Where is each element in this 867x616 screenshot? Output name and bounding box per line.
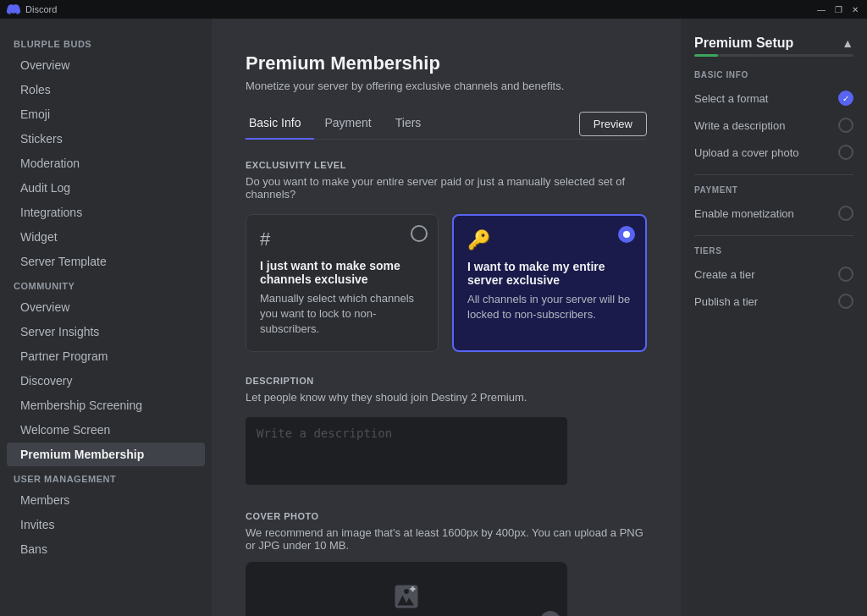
title-bar-title: Discord	[25, 4, 57, 14]
cover-photo-section: COVER PHOTO We recommend an image that's…	[246, 511, 647, 616]
sidebar-item-welcome-screen[interactable]: Welcome Screen	[7, 418, 205, 442]
panel-item-publish-tier: Publish a tier	[694, 289, 853, 313]
card-some-channels-desc: Manually select which channels you want …	[260, 291, 424, 338]
sidebar-item-community-overview[interactable]: Overview	[7, 295, 205, 319]
collapse-button[interactable]: ▲	[842, 36, 853, 50]
preview-button[interactable]: Preview	[579, 112, 647, 136]
card-entire-server-radio	[618, 226, 635, 243]
panel-item-enable-monetization: Enable monetization	[694, 201, 853, 225]
panel-basic-info-title: BASIC INFO	[694, 70, 853, 80]
title-bar-left: Discord	[7, 3, 57, 16]
description-heading: DESCRIPTION	[246, 376, 647, 386]
panel-divider-2	[694, 235, 853, 236]
upload-cover-radio	[838, 145, 853, 160]
description-textarea[interactable]	[246, 417, 567, 485]
exclusivity-cards: # I just want to make some channels excl…	[246, 214, 647, 352]
sidebar-item-discovery[interactable]: Discovery	[7, 369, 205, 393]
sidebar-item-invites[interactable]: Invites	[7, 513, 205, 536]
enable-monetization-radio	[838, 206, 853, 221]
card-some-channels-radio	[411, 225, 428, 242]
card-entire-server-desc: All channels in your server will be lock…	[467, 292, 632, 322]
tab-basic-info[interactable]: Basic Info	[246, 109, 314, 140]
sidebar-section-main: BLURPLE BUDS	[0, 32, 212, 52]
cover-photo-desc: We recommend an image that's at least 16…	[246, 526, 647, 552]
app-layout: BLURPLE BUDS Overview Roles Emoji Sticke…	[0, 19, 867, 616]
progress-bar-container	[694, 54, 853, 57]
sidebar: BLURPLE BUDS Overview Roles Emoji Sticke…	[0, 19, 212, 616]
image-placeholder-icon	[391, 581, 422, 616]
write-description-radio	[838, 118, 853, 133]
panel-item-create-tier-label: Create a tier	[694, 268, 755, 281]
description-section: DESCRIPTION Let people know why they sho…	[246, 376, 647, 487]
sidebar-item-moderation[interactable]: Moderation	[7, 151, 205, 175]
sidebar-item-roles[interactable]: Roles	[7, 78, 205, 102]
panel-item-enable-monetization-label: Enable monetization	[694, 207, 794, 220]
progress-bar-fill	[694, 54, 718, 57]
panel-item-write-description-label: Write a description	[694, 119, 785, 132]
sidebar-item-integrations[interactable]: Integrations	[7, 201, 205, 224]
sidebar-item-stickers[interactable]: Stickers	[7, 127, 205, 151]
cover-photo-box[interactable]: ✏	[246, 562, 567, 616]
create-tier-radio	[838, 267, 853, 282]
card-some-channels[interactable]: # I just want to make some channels excl…	[246, 214, 439, 352]
card-entire-server[interactable]: 🔑 I want to make my entire server exclus…	[452, 214, 647, 352]
panel-item-select-format: Select a format	[694, 86, 853, 110]
sidebar-item-widget[interactable]: Widget	[7, 225, 205, 249]
publish-tier-radio	[838, 294, 853, 309]
panel-item-select-format-label: Select a format	[694, 92, 768, 105]
page-title: Premium Membership	[246, 52, 647, 74]
sidebar-section-community: COMMUNITY	[0, 274, 212, 294]
card-some-channels-title: I just want to make some channels exclus…	[260, 259, 424, 286]
sidebar-section-user-mgmt: USER MANAGEMENT	[0, 467, 212, 487]
panel-tiers-title: TIERS	[694, 246, 853, 256]
exclusivity-heading: EXCLUSIVITY LEVEL	[246, 160, 647, 170]
tabs-container: Basic Info Payment Tiers Preview	[246, 109, 647, 140]
tab-tiers[interactable]: Tiers	[392, 109, 435, 140]
panel-divider-1	[694, 174, 853, 175]
discord-logo-icon	[7, 3, 20, 16]
page-subtitle: Monetize your server by offering exclusi…	[246, 80, 647, 92]
sidebar-item-server-template[interactable]: Server Template	[7, 250, 205, 273]
sidebar-item-bans[interactable]: Bans	[7, 537, 205, 561]
sidebar-item-partner-program[interactable]: Partner Program	[7, 344, 205, 368]
exclusivity-desc: Do you want to make your entire server p…	[246, 175, 647, 201]
premium-setup-title: Premium Setup	[694, 36, 793, 51]
description-desc: Let people know why they should join Des…	[246, 391, 647, 404]
panel-item-upload-cover-label: Upload a cover photo	[694, 146, 799, 159]
key-icon: 🔑	[467, 229, 632, 251]
cover-photo-heading: COVER PHOTO	[246, 511, 647, 521]
panel-item-upload-cover: Upload a cover photo	[694, 140, 853, 164]
sidebar-item-audit-log[interactable]: Audit Log	[7, 176, 205, 200]
right-panel: Premium Setup ▲ BASIC INFO Select a form…	[681, 19, 867, 616]
select-format-radio	[838, 91, 853, 106]
tab-payment[interactable]: Payment	[321, 109, 384, 140]
hash-icon: #	[260, 228, 424, 250]
panel-item-create-tier: Create a tier	[694, 262, 853, 286]
sidebar-item-overview[interactable]: Overview	[7, 53, 205, 77]
sidebar-item-emoji[interactable]: Emoji	[7, 102, 205, 126]
premium-setup-header: Premium Setup ▲	[694, 36, 853, 51]
title-bar-controls[interactable]: — ❐ ✕	[816, 4, 860, 14]
sidebar-item-membership-screening[interactable]: Membership Screening	[7, 393, 205, 417]
close-button[interactable]: ✕	[850, 4, 860, 14]
sidebar-item-premium-membership[interactable]: Premium Membership	[7, 443, 205, 466]
panel-item-publish-tier-label: Publish a tier	[694, 295, 758, 308]
sidebar-item-members[interactable]: Members	[7, 488, 205, 512]
card-entire-server-title: I want to make my entire server exclusiv…	[467, 260, 632, 287]
sidebar-item-server-insights[interactable]: Server Insights	[7, 320, 205, 344]
panel-payment-title: PAYMENT	[694, 185, 853, 195]
cover-photo-edit-icon[interactable]: ✏	[540, 611, 561, 616]
exclusivity-section: EXCLUSIVITY LEVEL Do you want to make yo…	[246, 160, 647, 352]
title-bar: Discord — ❐ ✕	[0, 0, 867, 19]
panel-item-write-description: Write a description	[694, 113, 853, 137]
minimize-button[interactable]: —	[816, 4, 826, 14]
maximize-button[interactable]: ❐	[833, 4, 843, 14]
main-content: Premium Membership Monetize your server …	[212, 19, 681, 616]
